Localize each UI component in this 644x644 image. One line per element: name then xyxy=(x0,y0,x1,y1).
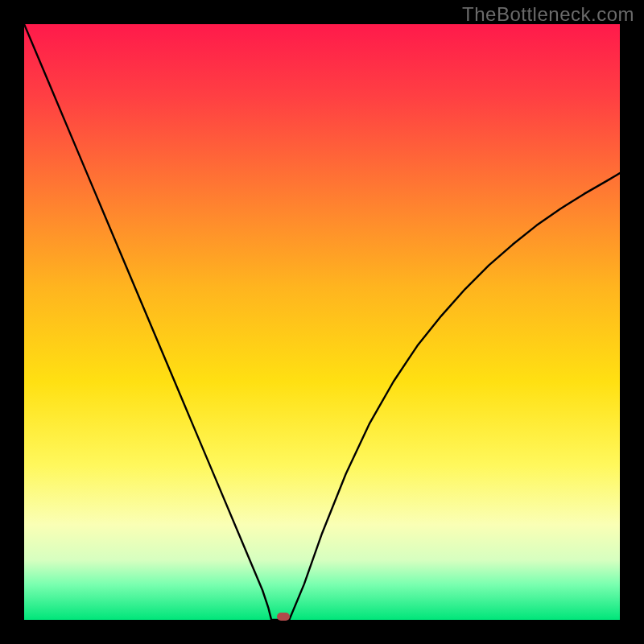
chart-frame: TheBottleneck.com xyxy=(0,0,644,644)
curve-path xyxy=(24,24,620,620)
watermark-text: TheBottleneck.com xyxy=(462,3,634,26)
bottleneck-marker xyxy=(277,613,290,621)
bottleneck-curve xyxy=(24,24,620,620)
plot-area xyxy=(24,24,620,620)
